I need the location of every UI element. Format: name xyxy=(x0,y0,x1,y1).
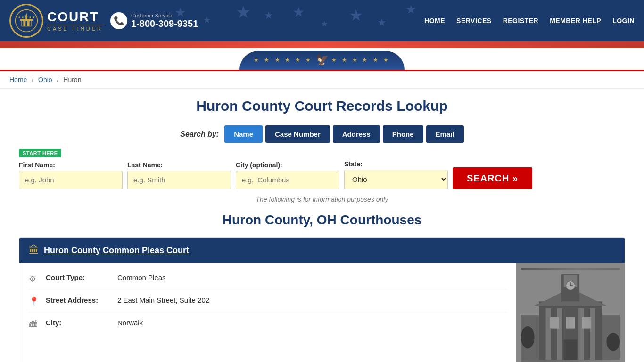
tab-name[interactable]: Name xyxy=(224,125,263,143)
tab-phone[interactable]: Phone xyxy=(383,125,423,143)
search-form: First Name: Last Name: City (optional): … xyxy=(19,160,625,189)
courthouse-card: 🏛 Huron County Common Pleas Court ⚙ Cour… xyxy=(19,237,625,362)
tab-email[interactable]: Email xyxy=(426,125,464,143)
svg-rect-4 xyxy=(27,21,30,26)
first-name-label: First Name: xyxy=(19,161,123,169)
customer-service-text: Customer Service 1-800-309-9351 xyxy=(131,13,198,29)
breadcrumb-county: Huron xyxy=(63,76,81,83)
city-input[interactable] xyxy=(236,171,339,189)
courthouse-name-link[interactable]: Huron County Common Pleas Court xyxy=(44,246,189,255)
svg-rect-14 xyxy=(590,308,595,360)
street-address-value: 2 East Main Street, Suite 202 xyxy=(117,296,209,304)
customer-service-label: Customer Service xyxy=(131,13,198,18)
svg-rect-11 xyxy=(546,308,551,360)
city-row: 🏙 City: Norwalk xyxy=(29,313,507,335)
state-select[interactable]: Ohio Alabama Alaska Arizona Arkansas Cal… xyxy=(344,170,448,189)
svg-rect-5 xyxy=(20,19,33,21)
svg-point-25 xyxy=(521,326,535,349)
courthouse-photo xyxy=(521,268,620,362)
last-name-label: Last Name: xyxy=(127,161,231,169)
main-nav: HOME SERVICES REGISTER MEMBER HELP LOGIN xyxy=(424,17,635,25)
eagle-emblem: ★ ★ ★ 🦅 ★ ★ ★ xyxy=(239,51,405,70)
breadcrumb-home[interactable]: Home xyxy=(9,76,27,83)
svg-rect-21 xyxy=(550,317,559,329)
location-icon: 📍 xyxy=(29,296,40,307)
nav-member-help[interactable]: MEMBER HELP xyxy=(550,17,601,25)
nav-services[interactable]: SERVICES xyxy=(456,17,492,25)
site-logo[interactable]: ★ ★ ★ ★ ★ COURT CASE FINDER xyxy=(9,4,103,38)
search-by-row: Search by: Name Case Number Address Phon… xyxy=(19,125,625,143)
last-name-group: Last Name: xyxy=(127,161,231,189)
breadcrumb-sep-2: / xyxy=(57,76,59,83)
state-label: State: xyxy=(344,160,448,168)
eagle-section: ★ ★ ★ 🦅 ★ ★ ★ xyxy=(0,48,644,71)
courthouse-body: ⚙ Court Type: Common Pleas 📍 Street Addr… xyxy=(19,263,625,362)
svg-rect-22 xyxy=(566,317,575,329)
customer-service-phone: 1-800-309-9351 xyxy=(131,18,198,29)
city-label: City (optional): xyxy=(236,161,339,169)
header-left: ★ ★ ★ ★ ★ COURT CASE FINDER 📞 Customer S… xyxy=(9,4,198,38)
nav-home[interactable]: HOME xyxy=(424,17,445,25)
eagle-icon: 🦅 xyxy=(316,54,329,66)
info-note: The following is for information purpose… xyxy=(19,196,625,203)
courthouse-info: ⚙ Court Type: Common Pleas 📍 Street Addr… xyxy=(19,263,516,362)
logo-case-finder-label: CASE FINDER xyxy=(47,25,103,32)
stars-right: ★ ★ ★ xyxy=(331,57,360,63)
courthouse-icon: 🏛 xyxy=(29,244,39,256)
svg-rect-24 xyxy=(564,340,578,360)
stars-left: ★ ★ ★ xyxy=(285,57,313,63)
city-icon: 🏙 xyxy=(29,319,40,329)
red-banner-decoration xyxy=(0,41,644,48)
street-address-row: 📍 Street Address: 2 East Main Street, Su… xyxy=(29,290,507,313)
main-content: Huron County Court Records Lookup Search… xyxy=(0,89,644,362)
first-name-group: First Name: xyxy=(19,161,123,189)
city-label-info: City: xyxy=(46,319,112,327)
customer-service: 📞 Customer Service 1-800-309-9351 xyxy=(110,12,198,29)
breadcrumb-sep-1: / xyxy=(32,76,33,83)
courthouse-image xyxy=(516,263,625,362)
court-type-row: ⚙ Court Type: Common Pleas xyxy=(29,268,507,290)
logo-text: COURT CASE FINDER xyxy=(47,10,103,32)
svg-rect-3 xyxy=(23,21,25,26)
svg-rect-13 xyxy=(578,308,584,360)
svg-rect-23 xyxy=(582,317,591,329)
courthouses-title: Huron County, OH Courthouses xyxy=(19,213,625,228)
court-type-icon: ⚙ xyxy=(29,274,40,284)
last-name-input[interactable] xyxy=(127,171,231,189)
breadcrumb-state[interactable]: Ohio xyxy=(38,76,52,83)
start-here-badge: START HERE xyxy=(19,148,625,160)
phone-icon: 📞 xyxy=(110,12,127,29)
state-group: State: Ohio Alabama Alaska Arizona Arkan… xyxy=(344,160,448,189)
court-type-label: Court Type: xyxy=(46,273,112,281)
tab-address[interactable]: Address xyxy=(333,125,380,143)
court-type-value: Common Pleas xyxy=(117,273,166,281)
page-title: Huron County Court Records Lookup xyxy=(19,98,625,114)
search-button[interactable]: SEARCH » xyxy=(453,167,532,189)
site-header: ★ ★ ★ ★ ★ ★ ★ ★ ★ ★ ★ ★ ★ ★ xyxy=(0,0,644,41)
logo-circle: ★ ★ ★ ★ ★ xyxy=(9,4,43,38)
breadcrumb: Home / Ohio / Huron xyxy=(0,71,644,89)
svg-point-26 xyxy=(606,333,620,351)
svg-rect-12 xyxy=(557,308,562,360)
logo-seal-icon: ★ ★ ★ ★ ★ xyxy=(15,9,38,33)
nav-login[interactable]: LOGIN xyxy=(612,17,635,25)
logo-court-label: COURT xyxy=(47,10,103,24)
search-by-label: Search by: xyxy=(180,130,219,139)
svg-marker-6 xyxy=(25,13,28,16)
first-name-input[interactable] xyxy=(19,171,123,189)
nav-register[interactable]: REGISTER xyxy=(503,17,539,25)
start-here-label: START HERE xyxy=(19,149,61,157)
city-group: City (optional): xyxy=(236,161,339,189)
svg-rect-7 xyxy=(25,17,27,19)
tab-case-number[interactable]: Case Number xyxy=(265,125,330,143)
street-address-label: Street Address: xyxy=(46,296,112,304)
city-value: Norwalk xyxy=(117,319,143,327)
courthouse-header: 🏛 Huron County Common Pleas Court xyxy=(19,238,625,263)
